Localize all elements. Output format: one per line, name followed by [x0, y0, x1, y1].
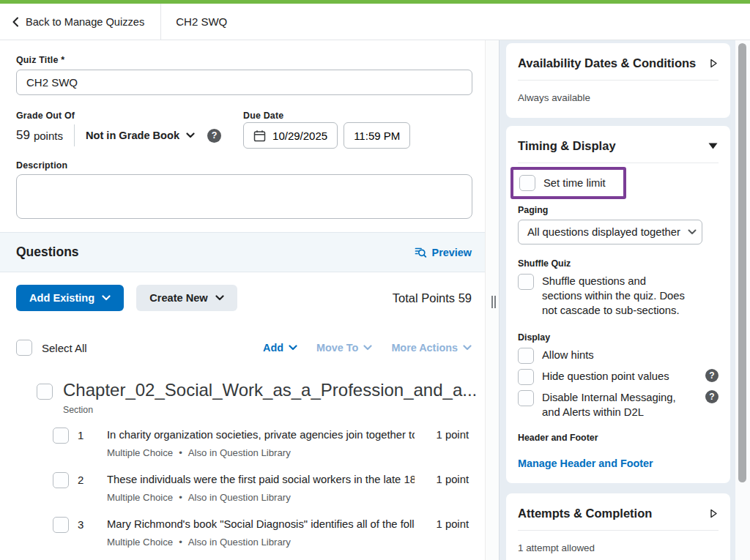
move-to-dropdown[interactable]: Move To	[316, 342, 372, 354]
availability-card-header[interactable]: Availability Dates & Conditions	[506, 43, 730, 80]
sidebar-scrollbar-track[interactable]	[735, 40, 750, 560]
paging-select[interactable]: All questions displayed together	[518, 220, 702, 244]
due-date-label: Due Date	[243, 111, 410, 121]
disable-messaging-help-icon[interactable]: ?	[705, 390, 719, 403]
timing-display-card: Timing & Display Set time limit Paging A…	[506, 126, 730, 483]
question-points: 1 point	[422, 517, 469, 533]
allow-hints-label: Allow hints	[542, 348, 687, 362]
card-divider	[518, 163, 719, 163]
question-type: Multiple Choice	[107, 447, 173, 458]
grade-book-dropdown-label: Not in Grade Book	[86, 130, 179, 141]
quiz-edit-main-pane: Quiz Title * Grade Out Of 59 points Not …	[0, 40, 485, 560]
section-checkbox[interactable]	[37, 384, 53, 400]
question-row: 2 These individuals were the first paid …	[0, 472, 485, 503]
set-time-limit-highlight-annotation: Set time limit	[510, 167, 626, 199]
calendar-icon	[253, 130, 266, 142]
allow-hints-checkbox[interactable]	[518, 348, 534, 364]
meta-bullet: •	[179, 492, 182, 503]
hide-points-help-icon[interactable]: ?	[705, 369, 719, 382]
shuffle-option-label: Shuffle questions and sections within th…	[542, 274, 687, 318]
sidebar-scrollbar-thumb[interactable]	[738, 43, 746, 482]
back-to-manage-quizzes-link[interactable]: Back to Manage Quizzes	[0, 4, 160, 40]
grade-book-dropdown[interactable]: Not in Grade Book	[86, 130, 195, 141]
chevron-down-icon	[102, 295, 111, 301]
preview-button[interactable]: Preview	[414, 246, 472, 259]
question-points: 1 point	[422, 428, 469, 444]
disable-messaging-row: Disable Internal Messaging, and Alerts w…	[506, 390, 730, 419]
select-all-label: Select All	[42, 342, 87, 354]
question-number: 3	[78, 517, 100, 533]
chevron-left-icon	[12, 17, 19, 27]
preview-magnifier-icon	[414, 246, 427, 259]
availability-card: Availability Dates & Conditions Always a…	[506, 43, 730, 118]
pane-splitter-handle[interactable]	[491, 296, 496, 308]
question-text[interactable]: Mary Richmond's book "Social Diagnosis" …	[107, 517, 415, 533]
grade-out-of-label: Grade Out Of	[16, 111, 221, 121]
attempts-summary: 1 attempt allowed	[506, 531, 730, 553]
question-meta: Multiple Choice • Also in Question Libra…	[107, 492, 415, 503]
triangle-right-icon	[708, 58, 719, 69]
question-row: 3 Mary Richmond's book "Social Diagnosis…	[0, 517, 485, 548]
question-type: Multiple Choice	[107, 537, 173, 548]
attempts-card: Attempts & Completion 1 attempt allowed	[506, 493, 730, 560]
grade-help-icon[interactable]: ?	[207, 129, 221, 143]
quiz-title-label: Quiz Title *	[16, 55, 472, 65]
meta-bullet: •	[179, 447, 182, 458]
attempts-title: Attempts & Completion	[518, 507, 652, 520]
add-existing-label: Add Existing	[29, 292, 94, 304]
section-type-label: Section	[63, 405, 477, 415]
question-text[interactable]: These individuals were the first paid so…	[107, 472, 415, 488]
quiz-form: Quiz Title * Grade Out Of 59 points Not …	[0, 40, 485, 222]
add-existing-button[interactable]: Add Existing	[16, 285, 124, 311]
question-number: 1	[78, 428, 100, 444]
section-title[interactable]: Chapter_02_Social_Work_as_a_Profession_a…	[63, 379, 477, 401]
add-dropdown[interactable]: Add	[263, 342, 297, 354]
question-checkbox[interactable]	[53, 472, 69, 488]
question-source: Also in Question Library	[188, 537, 291, 548]
grade-separator	[74, 124, 75, 146]
more-actions-dropdown[interactable]: More Actions	[391, 342, 472, 354]
description-textarea[interactable]	[16, 174, 472, 219]
question-checkbox[interactable]	[53, 517, 69, 533]
questions-section-header: Questions Preview	[0, 232, 485, 272]
due-time-value: 11:59 PM	[354, 130, 400, 142]
disable-messaging-label: Disable Internal Messaging, and Alerts w…	[542, 390, 687, 419]
set-time-limit-checkbox[interactable]	[519, 175, 535, 191]
question-checkbox[interactable]	[53, 428, 69, 444]
due-date-picker-button[interactable]: 10/29/2025	[243, 122, 338, 149]
timing-card-header[interactable]: Timing & Display	[506, 126, 730, 163]
header-footer-label: Header and Footer	[506, 433, 730, 443]
question-meta: Multiple Choice • Also in Question Libra…	[107, 537, 415, 548]
disable-messaging-checkbox[interactable]	[518, 390, 534, 406]
hide-points-row: Hide question point values ?	[506, 369, 730, 385]
questions-heading: Questions	[16, 244, 79, 260]
triangle-down-icon	[708, 142, 719, 150]
allow-hints-row: Allow hints	[506, 348, 730, 364]
paging-selected-value: All questions displayed together	[527, 226, 680, 238]
question-meta: Multiple Choice • Also in Question Libra…	[107, 447, 415, 458]
select-all-checkbox[interactable]	[16, 340, 32, 356]
select-all-row: Select All Add Move To More Actions	[0, 340, 485, 356]
attempts-card-header[interactable]: Attempts & Completion	[506, 493, 730, 530]
grade-out-of-group: Grade Out Of 59 points Not in Grade Book…	[16, 111, 221, 149]
move-to-label: Move To	[316, 342, 358, 354]
manage-header-footer-link[interactable]: Manage Header and Footer	[506, 458, 730, 469]
description-label: Description	[16, 160, 472, 171]
hide-points-checkbox[interactable]	[518, 369, 534, 385]
paging-label: Paging	[506, 205, 730, 215]
set-time-limit-label: Set time limit	[543, 176, 606, 190]
more-actions-label: More Actions	[391, 342, 458, 354]
quiz-title-input[interactable]	[16, 70, 472, 95]
availability-summary: Always available	[506, 81, 730, 103]
due-time-picker-button[interactable]: 11:59 PM	[344, 122, 410, 149]
question-text[interactable]: In charity organization societies, priva…	[107, 428, 415, 444]
total-points: Total Points 59	[393, 291, 472, 305]
create-new-button[interactable]: Create New	[136, 285, 237, 311]
chevron-down-icon	[363, 345, 372, 351]
shuffle-checkbox[interactable]	[518, 274, 534, 290]
question-type: Multiple Choice	[107, 492, 173, 503]
create-new-label: Create New	[149, 292, 208, 304]
timing-title: Timing & Display	[518, 139, 616, 153]
settings-sidebar: Availability Dates & Conditions Always a…	[499, 40, 750, 560]
chevron-down-icon	[289, 345, 297, 351]
